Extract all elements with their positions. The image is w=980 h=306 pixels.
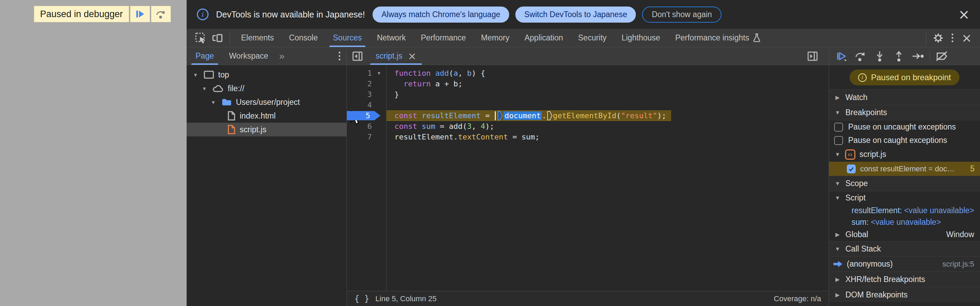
tree-expander-icon[interactable]: ▼ xyxy=(209,99,218,105)
call-stack-frame[interactable]: (anonymous) script.js:5 xyxy=(829,257,980,271)
tree-item-users-user-project[interactable]: ▼Users/user/project xyxy=(187,95,347,109)
tab-lighthouse[interactable]: Lighthouse xyxy=(614,29,668,47)
code-line[interactable]: 7resultElement.textContent = sum; xyxy=(347,132,829,142)
navigator-kebab-icon[interactable] xyxy=(334,52,345,60)
code-line[interactable]: 2 return a + b; xyxy=(347,78,829,89)
line-number[interactable]: 6 xyxy=(347,122,372,131)
inspect-element-icon[interactable] xyxy=(192,29,209,47)
scope-script-group[interactable]: ▼ Script xyxy=(829,191,980,205)
breakpoint-file-group[interactable]: ▼ ‹› script.js xyxy=(829,147,980,162)
tree-item-file-[interactable]: ▼file:// xyxy=(187,81,347,95)
code-editor[interactable]: 1▼function add(a, b) {2 return a + b;3}4… xyxy=(347,65,829,291)
script-file-icon: ‹› xyxy=(845,150,855,160)
notification-close-icon[interactable]: × xyxy=(958,8,970,21)
line-number[interactable]: 4 xyxy=(347,101,372,109)
checkbox-unchecked[interactable] xyxy=(834,123,843,132)
paused-on-breakpoint-badge: i Paused on breakpoint xyxy=(850,70,960,85)
tab-security[interactable]: Security xyxy=(571,29,614,47)
overlay-resume-button[interactable] xyxy=(130,6,150,22)
code-line-paused[interactable]: 55const resultElement = document.getElem… xyxy=(347,110,829,121)
device-toolbar-icon[interactable] xyxy=(209,29,226,47)
pretty-print-icon[interactable]: { } xyxy=(355,294,369,304)
chevron-down-icon: ▼ xyxy=(834,110,841,116)
more-tabs-chevron-icon[interactable]: » xyxy=(276,51,288,62)
paused-in-debugger-overlay: Paused in debugger xyxy=(34,6,171,22)
cloud-icon xyxy=(212,84,224,93)
section-breakpoints[interactable]: ▼ Breakpoints xyxy=(829,105,980,120)
tree-item-top[interactable]: ▼top xyxy=(187,68,347,81)
scope-global-group[interactable]: ▶ Global Window xyxy=(829,228,980,241)
variable-value: <value unavailable> xyxy=(904,206,974,215)
tab-application[interactable]: Application xyxy=(517,29,571,47)
line-number[interactable]: 7 xyxy=(347,132,372,141)
step-out-icon[interactable] xyxy=(889,48,908,64)
navigator-tab-page[interactable]: Page xyxy=(188,47,221,65)
section-dom-breakpoints[interactable]: ▶ DOM Breakpoints xyxy=(829,287,980,302)
tree-expander-icon[interactable]: ▼ xyxy=(191,72,200,78)
debugger-toolbar xyxy=(829,47,980,65)
settings-gear-icon[interactable] xyxy=(930,29,947,47)
step-over-icon[interactable] xyxy=(851,48,870,64)
step-into-icon[interactable] xyxy=(870,48,889,64)
notification-button[interactable]: Switch DevTools to Japanese xyxy=(515,6,636,22)
tree-item-label: index.html xyxy=(240,112,276,121)
tree-expander-icon[interactable]: ▼ xyxy=(200,86,208,91)
chevron-down-icon: ▼ xyxy=(834,195,841,201)
line-number[interactable]: 3 xyxy=(347,90,372,99)
frame-icon xyxy=(204,70,214,79)
notification-button[interactable]: Don't show again xyxy=(642,6,721,22)
tree-item-script-js[interactable]: script.js xyxy=(187,123,347,136)
notification-button[interactable]: Always match Chrome's language xyxy=(372,6,509,22)
frame-name: (anonymous) xyxy=(847,260,892,269)
line-number[interactable]: 1 xyxy=(347,69,372,77)
tree-item-label: file:// xyxy=(228,84,245,93)
code-line[interactable]: 6const sum = add(3, 4); xyxy=(347,121,829,132)
source-editor-pane: script.js × 1▼function add(a, b) {2 retu… xyxy=(347,47,829,306)
tab-console[interactable]: Console xyxy=(282,29,325,47)
breakpoint-entry[interactable]: const resultElement = doc… 5 xyxy=(829,162,980,176)
code-fold-icon[interactable]: ▼ xyxy=(372,70,386,76)
tab-performance-insights[interactable]: Performance insights xyxy=(668,29,768,47)
scope-variable-row[interactable]: resultElement: <value unavailable> xyxy=(829,205,980,216)
tab-sources[interactable]: Sources xyxy=(325,29,369,47)
code-text xyxy=(386,100,399,110)
code-line[interactable]: 4 xyxy=(347,100,829,110)
breakpoint-candidate-marker-icon[interactable] xyxy=(498,111,503,120)
tab-network[interactable]: Network xyxy=(369,29,413,47)
tab-close-icon[interactable]: × xyxy=(408,51,416,61)
tab-elements[interactable]: Elements xyxy=(234,29,282,47)
collapse-navigator-icon[interactable] xyxy=(347,47,368,65)
scope-variable-row[interactable]: sum: <value unavailable> xyxy=(829,216,980,228)
code-line[interactable]: 1▼function add(a, b) { xyxy=(347,68,829,78)
code-line[interactable]: 3} xyxy=(347,89,829,100)
cursor-position-label: Line 5, Column 25 xyxy=(375,294,437,303)
devtools-close-icon[interactable]: × xyxy=(958,29,975,47)
execution-line-breakpoint-flag[interactable]: 5 xyxy=(347,111,380,120)
breakpoint-candidate-marker-icon[interactable] xyxy=(547,111,552,120)
navigator-tab-workspace[interactable]: Workspace xyxy=(221,47,276,65)
tree-item-index-html[interactable]: index.html xyxy=(187,109,347,123)
tree-item-label: top xyxy=(218,70,229,80)
tab-performance[interactable]: Performance xyxy=(413,29,474,47)
line-number[interactable]: 2 xyxy=(347,80,372,88)
deactivate-breakpoints-icon[interactable] xyxy=(932,48,951,64)
checkbox-unchecked[interactable] xyxy=(834,136,843,145)
file-icon xyxy=(227,111,236,121)
checkbox-checked[interactable] xyxy=(847,164,856,174)
section-watch[interactable]: ▶ Watch xyxy=(829,89,980,105)
selected-token: document xyxy=(503,112,542,120)
section-xhr-breakpoints[interactable]: ▶ XHR/fetch Breakpoints xyxy=(829,271,980,287)
expand-debugger-panel-icon[interactable] xyxy=(802,47,823,65)
step-icon[interactable] xyxy=(908,48,928,64)
overlay-step-over-button[interactable] xyxy=(151,6,171,22)
editor-tab-scriptjs[interactable]: script.js × xyxy=(368,47,424,65)
more-options-kebab-icon[interactable] xyxy=(947,29,958,47)
resume-icon[interactable] xyxy=(832,48,851,64)
pause-uncaught-exceptions-row[interactable]: Pause on uncaught exceptions xyxy=(829,120,980,134)
section-scope[interactable]: ▼ Scope xyxy=(829,176,980,191)
section-call-stack[interactable]: ▼ Call Stack xyxy=(829,241,980,257)
editor-status-bar: { } Line 5, Column 25 Coverage: n/a xyxy=(347,291,829,306)
pause-caught-exceptions-row[interactable]: Pause on caught exceptions xyxy=(829,134,980,147)
tab-memory[interactable]: Memory xyxy=(474,29,517,47)
breakpoint-snippet: const resultElement = doc… xyxy=(860,164,966,174)
